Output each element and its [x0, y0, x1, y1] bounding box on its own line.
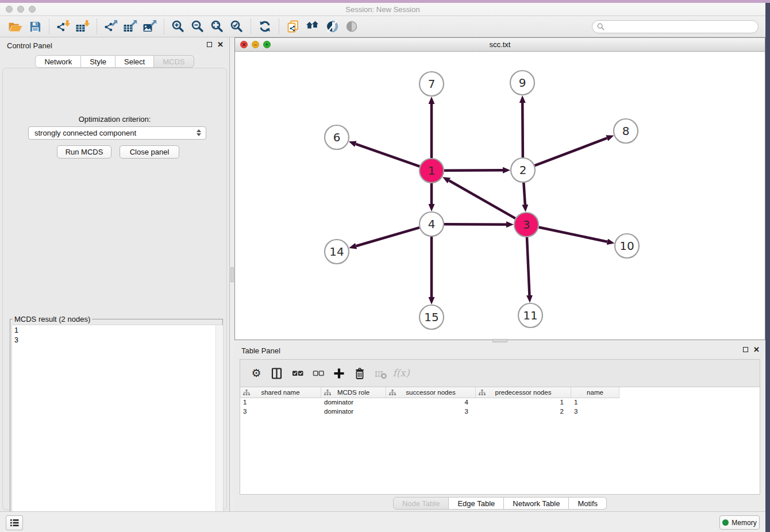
graph-node-11[interactable]: 11 [518, 303, 542, 327]
graph-node-7[interactable]: 7 [419, 72, 444, 96]
refresh-layout-button[interactable] [255, 18, 275, 35]
table-row[interactable]: 1dominator411 [240, 398, 760, 407]
graph-node-1[interactable]: 1 [419, 159, 444, 183]
svg-text:7: 7 [428, 77, 436, 91]
table-settings-icon: ⚙ [251, 368, 261, 379]
close-panel-icon[interactable]: ✕ [217, 41, 224, 48]
select-all-icon [291, 367, 305, 380]
right-column: ✕ − + scc.txt 7968124314101511 Table Pan… [234, 37, 765, 511]
table-header-row: shared nameMCDS rolesuccessor nodesprede… [240, 387, 760, 398]
show-hide-graphics-icon [325, 20, 339, 33]
edge-2-8[interactable] [535, 138, 607, 165]
edge-3-10[interactable] [539, 228, 607, 242]
show-hide-graphics-button[interactable] [322, 18, 342, 35]
edge-4-3[interactable] [444, 224, 506, 225]
delete-column-button[interactable] [351, 364, 369, 383]
toolbar-separator [49, 19, 49, 34]
search-icon [597, 23, 605, 30]
column-label: name [587, 389, 603, 396]
result-scrollbar[interactable] [215, 325, 223, 527]
sort-hierarchy-icon [324, 390, 331, 397]
export-image-button[interactable] [140, 18, 160, 35]
toolbar-separator [251, 19, 251, 34]
search-input[interactable] [607, 22, 753, 30]
graph-node-6[interactable]: 6 [325, 125, 349, 149]
tab-style[interactable]: Style [81, 55, 116, 68]
edge-3-11[interactable] [527, 237, 529, 295]
open-file-button[interactable] [6, 18, 25, 35]
zoom-out-button[interactable] [188, 18, 207, 35]
close-table-panel-icon[interactable]: ✕ [753, 346, 760, 353]
column-header-predecessor-nodes[interactable]: predecessor nodes [476, 387, 571, 398]
graph-node-10[interactable]: 10 [615, 234, 639, 258]
graph-node-9[interactable]: 9 [510, 71, 534, 95]
close-panel-button[interactable]: Close panel [120, 145, 179, 159]
column-header-name[interactable]: name [571, 387, 619, 398]
run-mcds-button[interactable]: Run MCDS [57, 145, 111, 159]
table-toolbar: ⚙f(x) [240, 360, 760, 387]
horizontal-split-grip[interactable] [492, 339, 507, 342]
deselect-all-button[interactable] [309, 364, 328, 383]
toolbar-separator [164, 19, 164, 34]
tab-mcds[interactable]: MCDS [154, 55, 194, 68]
import-network-button[interactable] [53, 18, 73, 35]
control-panel-header: Control Panel ✕ [0, 37, 229, 53]
tab-node-table[interactable]: Node Table [393, 497, 449, 510]
import-table-button[interactable] [73, 18, 93, 35]
mcds-result-title: MCDS result (2 nodes) [13, 315, 92, 323]
task-history-button[interactable] [6, 515, 23, 530]
home-layout-button[interactable] [303, 18, 322, 35]
cell: 1 [476, 398, 571, 407]
edge-4-14[interactable] [356, 228, 419, 246]
function-builder-button: f(x) [392, 364, 410, 383]
column-header-successor-nodes[interactable]: successor nodes [386, 387, 476, 398]
zoom-fit-button[interactable] [207, 18, 227, 35]
zoom-in-button[interactable] [168, 18, 188, 35]
column-header-shared-name[interactable]: shared name [240, 387, 321, 398]
zoom-selected-button[interactable] [227, 18, 247, 35]
export-table-button[interactable] [121, 18, 140, 35]
clone-network-button[interactable] [283, 18, 303, 35]
save-session-button[interactable] [25, 18, 45, 35]
table-row[interactable]: 3dominator323 [240, 407, 760, 417]
node-table: shared nameMCDS rolesuccessor nodesprede… [240, 387, 760, 494]
criterion-dropdown[interactable]: strongly connected component [28, 126, 206, 140]
tab-network-table[interactable]: Network Table [504, 497, 569, 510]
cell: 4 [386, 398, 476, 407]
select-all-button[interactable] [288, 364, 307, 383]
network-canvas[interactable]: 7968124314101511 [235, 52, 765, 340]
edge-1-6[interactable] [356, 144, 419, 167]
main-toolbar [0, 16, 765, 37]
app-window: Session: New Session Control Panel ✕ Net… [0, 3, 765, 532]
clone-network-icon [286, 20, 300, 33]
tab-select[interactable]: Select [116, 55, 154, 68]
vertical-split-grip[interactable] [230, 267, 234, 282]
export-network-button[interactable] [101, 18, 121, 35]
graph-node-2[interactable]: 2 [511, 158, 535, 182]
table-settings-button[interactable]: ⚙ [247, 364, 265, 383]
graph-node-14[interactable]: 14 [325, 240, 349, 264]
graph-node-3[interactable]: 3 [514, 213, 538, 237]
edge-1-2[interactable] [444, 170, 503, 171]
float-panel-icon[interactable] [207, 42, 212, 47]
edge-2-9[interactable] [522, 103, 523, 157]
edge-3-1[interactable] [449, 180, 515, 218]
column-chooser-button[interactable] [268, 364, 286, 383]
export-network-icon [104, 20, 118, 33]
graph-node-4[interactable]: 4 [419, 212, 444, 236]
svg-text:1: 1 [428, 164, 436, 178]
tab-motifs[interactable]: Motifs [569, 497, 607, 510]
memory-button[interactable]: Memory [719, 515, 760, 530]
export-table-icon [124, 20, 137, 33]
export-image-icon [143, 20, 157, 33]
graph-node-8[interactable]: 8 [614, 119, 638, 143]
search-field[interactable] [592, 20, 759, 33]
edge-2-3[interactable] [523, 183, 525, 205]
toolbar-separator [97, 19, 97, 34]
graph-node-15[interactable]: 15 [419, 305, 444, 329]
column-header-MCDS-role[interactable]: MCDS role [321, 387, 386, 398]
float-table-panel-icon[interactable] [743, 347, 748, 352]
tab-edge-table[interactable]: Edge Table [449, 497, 504, 510]
add-column-button[interactable] [330, 364, 348, 383]
tab-network[interactable]: Network [35, 55, 81, 68]
